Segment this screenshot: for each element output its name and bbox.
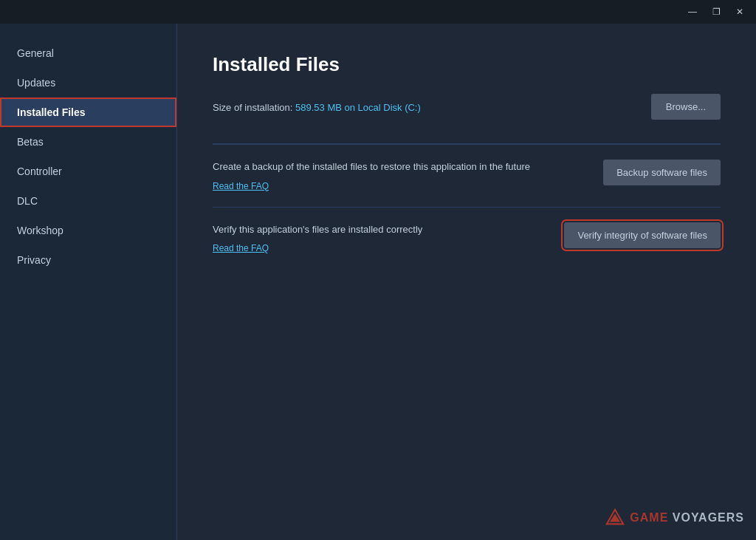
sidebar-item-workshop[interactable]: Workshop <box>0 216 176 245</box>
browse-button[interactable]: Browse... <box>651 94 721 120</box>
sidebar-item-updates[interactable]: Updates <box>0 68 176 98</box>
install-size-link[interactable]: 589.53 MB on Local Disk (C:) <box>295 102 421 113</box>
page-title: Installed Files <box>213 53 721 76</box>
content-area: Installed Files Size of installation: 58… <box>177 24 756 540</box>
maximize-button[interactable]: ❐ <box>706 4 726 19</box>
sidebar-item-installed-files[interactable]: Installed Files <box>0 98 176 127</box>
sidebar-item-general[interactable]: General <box>0 38 176 68</box>
verify-section: Verify this application's files are inst… <box>213 207 721 270</box>
verify-button[interactable]: Verify integrity of software files <box>564 222 721 248</box>
watermark-logo-icon <box>605 507 625 528</box>
backup-description: Create a backup of the installed files t… <box>213 160 585 174</box>
watermark-text: GAME VOYAGERS <box>630 511 744 524</box>
verify-description: Verify this application's files are inst… <box>213 222 546 237</box>
sidebar-item-controller[interactable]: Controller <box>0 157 176 186</box>
minimize-button[interactable]: — <box>682 4 703 19</box>
backup-section-text: Create a backup of the installed files t… <box>213 160 585 192</box>
main-layout: General Updates Installed Files Betas Co… <box>0 24 756 540</box>
sidebar-item-dlc[interactable]: DLC <box>0 186 176 216</box>
verify-action: Verify integrity of software files <box>564 222 721 248</box>
backup-faq-link[interactable]: Read the FAQ <box>213 181 269 191</box>
install-size-row: Size of installation: 589.53 MB on Local… <box>213 94 721 120</box>
sidebar-item-betas[interactable]: Betas <box>0 127 176 157</box>
close-button[interactable]: ✕ <box>729 4 750 19</box>
title-bar: — ❐ ✕ <box>0 0 756 24</box>
verify-section-text: Verify this application's files are inst… <box>213 222 546 255</box>
watermark: GAME VOYAGERS <box>605 507 744 528</box>
backup-action: Backup software files <box>603 160 721 185</box>
backup-button[interactable]: Backup software files <box>603 160 721 185</box>
backup-section: Create a backup of the installed files t… <box>213 144 721 207</box>
sidebar: General Updates Installed Files Betas Co… <box>0 24 177 540</box>
install-size-prefix: Size of installation: <box>213 102 295 113</box>
install-size-info: Size of installation: 589.53 MB on Local… <box>213 100 421 114</box>
verify-faq-link[interactable]: Read the FAQ <box>213 243 269 253</box>
sidebar-item-privacy[interactable]: Privacy <box>0 245 176 275</box>
